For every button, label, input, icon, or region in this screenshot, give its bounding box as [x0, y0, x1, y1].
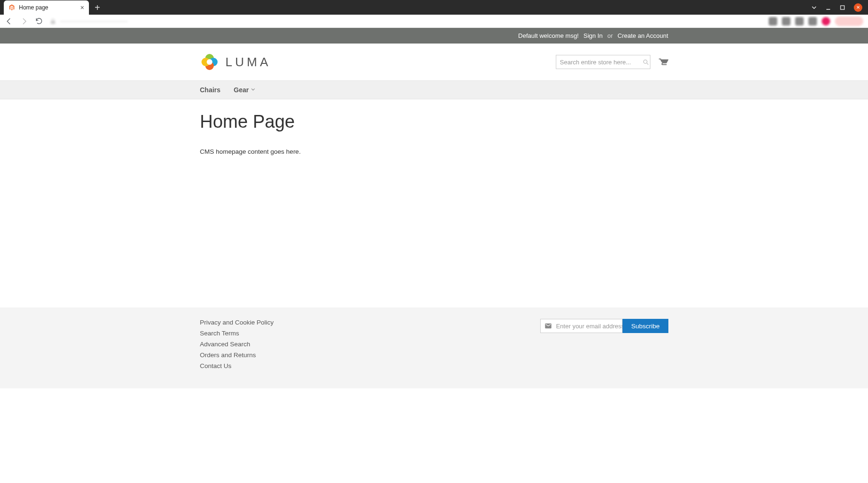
nav-item-chairs[interactable]: Chairs: [200, 86, 221, 94]
profile-avatar-icon[interactable]: [822, 17, 830, 26]
welcome-msg: Default welcome msg!: [518, 32, 579, 39]
cart-icon[interactable]: [658, 57, 668, 67]
logo-text: LUMA: [226, 55, 271, 70]
footer: Privacy and Cookie Policy Search Terms A…: [0, 307, 868, 388]
page-title: Home Page: [200, 112, 668, 132]
subscribe-button[interactable]: Subscribe: [623, 319, 668, 333]
svg-point-7: [643, 60, 647, 63]
cms-content: CMS homepage content goes here.: [200, 148, 668, 155]
browser-toolbar: ———————————: [0, 15, 868, 28]
tab-close-icon[interactable]: ×: [80, 4, 84, 11]
svg-rect-1: [841, 6, 844, 9]
update-pill[interactable]: [835, 17, 863, 26]
browser-tabbar: Home page × + ✕: [0, 0, 868, 15]
nav-item-gear[interactable]: Gear: [234, 86, 255, 94]
sign-in-link[interactable]: Sign In: [583, 32, 602, 39]
nav-label: Gear: [234, 86, 249, 94]
svg-line-8: [647, 63, 648, 64]
create-account-link[interactable]: Create an Account: [618, 32, 668, 39]
search-icon[interactable]: [642, 59, 649, 66]
reload-button[interactable]: [35, 17, 43, 25]
footer-link-contact[interactable]: Contact Us: [200, 362, 274, 369]
newsletter: Subscribe: [540, 319, 668, 333]
footer-links: Privacy and Cookie Policy Search Terms A…: [200, 319, 274, 369]
window-close-icon[interactable]: ✕: [854, 3, 862, 12]
magento-favicon: [9, 4, 15, 11]
footer-link-privacy[interactable]: Privacy and Cookie Policy: [200, 319, 274, 326]
window-minimize-icon[interactable]: [825, 5, 831, 10]
window-maximize-icon[interactable]: [840, 5, 845, 10]
newsletter-input-wrap[interactable]: [540, 319, 623, 333]
extension-icon[interactable]: [795, 17, 804, 26]
panel-header: Default welcome msg! Sign In or Create a…: [0, 28, 868, 44]
svg-point-6: [207, 59, 212, 65]
extension-icon[interactable]: [782, 17, 790, 26]
forward-button[interactable]: [20, 17, 28, 26]
or-separator: or: [607, 32, 613, 39]
toolbar-extensions: [769, 17, 863, 26]
search-box[interactable]: [556, 55, 650, 69]
chevron-down-icon: [251, 87, 255, 93]
search-input[interactable]: [560, 59, 640, 66]
site-header: LUMA: [0, 44, 868, 80]
footer-link-orders-returns[interactable]: Orders and Returns: [200, 351, 274, 359]
tab-title: Home page: [19, 4, 48, 11]
browser-tab[interactable]: Home page ×: [4, 0, 89, 15]
new-tab-button[interactable]: +: [89, 0, 106, 15]
nav-label: Chairs: [200, 86, 221, 94]
nav-bar: Chairs Gear: [0, 80, 868, 99]
luma-logo-icon: [200, 53, 219, 71]
main-content: Home Page CMS homepage content goes here…: [0, 99, 868, 307]
logo[interactable]: LUMA: [200, 53, 271, 71]
footer-link-advanced-search[interactable]: Advanced Search: [200, 341, 274, 348]
lock-icon: [50, 18, 56, 25]
back-button[interactable]: [5, 17, 13, 26]
url-text: ———————————: [60, 18, 128, 25]
extension-icon[interactable]: [769, 17, 777, 26]
footer-link-search-terms[interactable]: Search Terms: [200, 330, 274, 337]
extension-icon[interactable]: [808, 17, 817, 26]
svg-rect-0: [826, 9, 830, 10]
tabs-dropdown-icon[interactable]: [811, 5, 817, 10]
address-bar[interactable]: ———————————: [50, 18, 762, 25]
window-controls: ✕: [811, 0, 868, 15]
mail-icon: [544, 322, 552, 330]
